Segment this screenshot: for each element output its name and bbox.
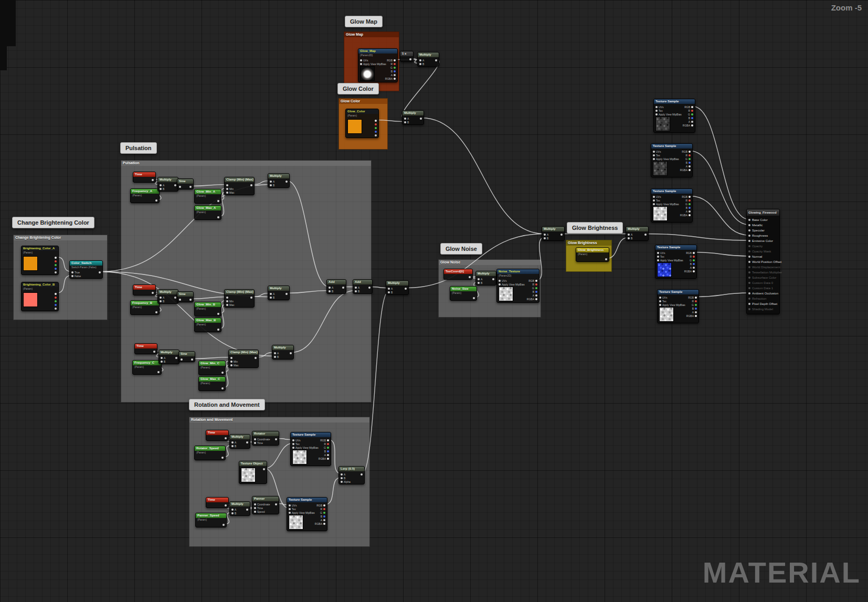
pin-output-a[interactable]: A <box>683 266 696 269</box>
material-pin-custom-data-1[interactable]: Custom Data 1 <box>747 286 779 291</box>
pin-input-time[interactable]: Time <box>253 506 271 510</box>
pin-input-a[interactable]: A <box>403 117 410 120</box>
node-sine-c[interactable]: Sine <box>178 351 195 362</box>
pin-output-0[interactable] <box>52 256 58 259</box>
pin-output-4[interactable] <box>373 133 378 137</box>
node-multiply-b1[interactable]: MultiplyAB <box>157 289 178 304</box>
node-sine-b[interactable]: Sine <box>177 291 194 302</box>
pin-output-0[interactable] <box>244 508 249 511</box>
node-add-1[interactable]: AddAB <box>326 279 346 294</box>
pin-output-0[interactable] <box>219 371 225 374</box>
material-pin-custom-data-0[interactable]: Custom Data 0 <box>747 280 779 286</box>
pin-output-rgb[interactable]: RGB <box>385 58 397 62</box>
pin-output-rgb[interactable]: RGB <box>526 279 538 282</box>
pin-output-g[interactable]: G <box>314 511 326 514</box>
pin-output-0[interactable] <box>273 437 278 441</box>
pin-output-0[interactable] <box>223 436 228 440</box>
pin-input-max[interactable]: Max <box>229 363 239 367</box>
pin-input-0[interactable] <box>178 298 183 301</box>
pin-input-speed[interactable]: Speed <box>253 510 271 513</box>
pin-input-b[interactable]: B <box>340 476 352 480</box>
comment-bubble-change-brightening-color[interactable]: Change Brightening Color <box>12 217 94 228</box>
pin-output-r[interactable]: R <box>318 442 330 446</box>
pin-output-a[interactable]: A <box>679 164 692 168</box>
node-ts-right-3[interactable]: Texture SampleUVsTexApply View MipBiasRG… <box>651 188 693 223</box>
pin-input-min[interactable]: Min <box>225 187 235 191</box>
pin-input-uvs[interactable]: UVs <box>652 150 679 153</box>
pin-output-0[interactable] <box>366 286 372 289</box>
pin-input-a[interactable]: A <box>418 58 425 62</box>
pin-output-g[interactable]: G <box>682 112 694 116</box>
pin-output-0[interactable] <box>173 356 178 360</box>
comment-bubble-glow-color[interactable]: Glow Color <box>337 83 379 94</box>
pin-output-0[interactable] <box>97 270 102 274</box>
node-multiply-main2[interactable]: MultiplyAB <box>626 226 649 241</box>
pin-input-b[interactable]: B <box>543 236 549 240</box>
pin-output-g[interactable]: G <box>526 286 538 290</box>
pin-input-tex[interactable]: Tex <box>288 507 314 511</box>
pin-output-0[interactable] <box>189 357 194 361</box>
pin-output-0[interactable] <box>52 292 58 295</box>
material-pin-metallic[interactable]: Metallic <box>747 223 779 228</box>
node-clamp-c[interactable]: Clamp (Min) (Max)MinMax <box>228 350 259 368</box>
pin-output-0[interactable] <box>223 503 228 507</box>
pin-input-uvs[interactable]: UVs <box>291 438 318 442</box>
pin-output-4[interactable] <box>52 270 58 274</box>
pin-input-true[interactable]: True <box>70 270 82 274</box>
pin-output-b[interactable]: B <box>318 449 330 453</box>
node-multiply-glowcolor[interactable]: MultiplyAB <box>402 110 424 125</box>
pin-output-0[interactable] <box>418 117 423 120</box>
pin-input-b[interactable]: B <box>158 299 165 303</box>
pin-output-r[interactable]: R <box>679 198 692 202</box>
pin-output-0[interactable] <box>490 277 495 281</box>
pin-output-0[interactable] <box>358 472 364 476</box>
pin-input-apply-view-mipbias[interactable]: Apply View MipBias <box>656 258 683 262</box>
pin-input-tex[interactable]: Tex <box>652 198 679 202</box>
pin-output-0[interactable] <box>273 502 278 506</box>
pin-output-rgb[interactable]: RGB <box>679 150 692 153</box>
pin-input-uvs[interactable]: UVs <box>654 105 682 109</box>
node-brightening-color-a[interactable]: Brightening_Color_A(Param) <box>21 246 59 275</box>
pin-input-max[interactable]: Max <box>225 303 235 307</box>
node-multiply-b2[interactable]: MultiplyAB <box>268 286 290 300</box>
pin-output-b[interactable]: B <box>526 290 538 293</box>
pin-output-0[interactable] <box>153 198 158 202</box>
pin-input-a[interactable]: A <box>327 286 334 289</box>
pin-output-1[interactable] <box>373 122 378 126</box>
pin-output-g[interactable]: G <box>685 303 698 307</box>
comment-title-rotation-and-movement[interactable]: Rotation and Movement <box>189 417 369 423</box>
pin-input-b[interactable]: B <box>160 360 166 363</box>
pin-output-r[interactable]: R <box>683 255 696 258</box>
pin-input-a[interactable]: A <box>273 351 280 355</box>
node-glow-max-c[interactable]: Glow_Max_C(Param) <box>198 376 226 391</box>
pin-output-0[interactable] <box>215 199 220 203</box>
pin-input-max[interactable]: Max <box>225 191 235 194</box>
node-multiply-noise[interactable]: MultiplyAB <box>475 271 496 286</box>
node-add-2[interactable]: AddAB <box>353 279 373 294</box>
pin-output-0[interactable] <box>150 291 155 294</box>
pin-output-0[interactable] <box>373 119 378 122</box>
node-noise-size[interactable]: Noise_Size(Param) <box>450 286 477 301</box>
pin-output-a[interactable]: A <box>682 120 694 123</box>
pin-input-0[interactable] <box>179 357 185 361</box>
pin-output-g[interactable]: G <box>318 446 330 449</box>
material-pin-world-displacement[interactable]: World Displacement <box>747 265 779 270</box>
pin-output-0[interactable] <box>150 178 155 182</box>
pin-input-coordinate[interactable]: Coordinate <box>253 437 271 441</box>
pin-output-g[interactable]: G <box>679 157 692 161</box>
material-pin-world-position-offset[interactable]: World Position Offset <box>747 259 779 265</box>
pin-output-3[interactable] <box>52 303 58 307</box>
pin-output-0[interactable] <box>403 287 408 290</box>
pin-output-2[interactable] <box>52 263 58 267</box>
node-time-r2[interactable]: Time <box>206 497 229 508</box>
node-color-switch[interactable]: Color_SwitchSwitch Param (False)TrueFals… <box>69 260 103 279</box>
pin-input-a[interactable]: A <box>477 277 483 281</box>
comment-title-glow-color[interactable]: Glow Color <box>339 99 387 104</box>
node-ts-right-5[interactable]: Texture SampleUVsTexApply View MipBiasRG… <box>657 289 699 323</box>
node-multiply-c2[interactable]: MultiplyAB <box>272 345 294 360</box>
pin-output-rgb[interactable]: RGB <box>682 105 694 109</box>
node-sine-a[interactable]: Sine <box>177 178 194 189</box>
pin-output-b[interactable]: B <box>314 514 326 518</box>
pin-output-0[interactable] <box>215 312 220 315</box>
pin-output-1[interactable] <box>52 259 58 263</box>
